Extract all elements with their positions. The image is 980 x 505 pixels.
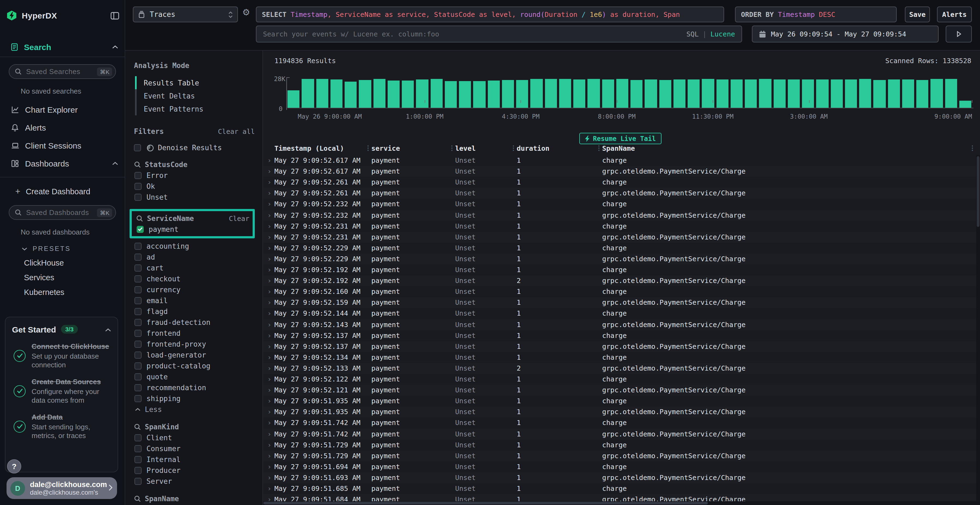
get-started-step-sources[interactable]: Create Data Sources Configure where your… xyxy=(12,377,111,405)
lucene-search-input[interactable]: Search your events w/ Lucene ex. column:… xyxy=(256,25,742,43)
checkbox[interactable] xyxy=(134,243,142,249)
sidebar-collapse-icon[interactable] xyxy=(111,12,119,19)
table-row[interactable]: ›May 27 9:09:52.617 AMpaymentUnset1grpc.… xyxy=(264,166,980,177)
facet-option-load-generator[interactable]: load-generator xyxy=(134,349,255,360)
results-histogram[interactable]: 28K 0 May 26 9:00:00 AM1:00:00 PM4:30:00… xyxy=(271,72,975,120)
checkbox-checked[interactable] xyxy=(137,226,144,233)
chevron-up-icon[interactable] xyxy=(112,45,118,49)
presets-toggle[interactable]: PRESETS xyxy=(22,245,125,252)
run-query-button[interactable] xyxy=(946,25,972,43)
horizontal-scrollbar[interactable] xyxy=(264,501,980,505)
table-row[interactable]: ›May 27 9:09:52.159 AMpaymentUnset1grpc.… xyxy=(264,297,980,308)
denoise-checkbox[interactable] xyxy=(134,144,141,151)
facet-option-Internal[interactable]: Internal xyxy=(134,454,255,465)
table-row[interactable]: ›May 27 9:09:51.693 AMpaymentUnset1grpc.… xyxy=(264,472,980,483)
checkbox[interactable] xyxy=(134,362,142,369)
table-row[interactable]: ›May 27 9:09:52.137 AMpaymentUnset1grpc.… xyxy=(264,341,980,352)
facet-option-ad[interactable]: ad xyxy=(134,251,255,262)
search-icon[interactable] xyxy=(134,423,141,430)
lang-toggle-sql[interactable]: SQL xyxy=(686,30,698,38)
table-row[interactable]: ›May 27 9:09:51.935 AMpaymentUnset1grpc.… xyxy=(264,407,980,418)
col-resize-handle[interactable]: ⋮ xyxy=(365,144,371,152)
facet-option-flagd[interactable]: flagd xyxy=(134,306,255,317)
facet-option-cart[interactable]: cart xyxy=(134,262,255,273)
facet-option-currency[interactable]: currency xyxy=(134,284,255,295)
col-duration[interactable]: duration xyxy=(517,144,549,152)
table-row[interactable]: ›May 27 9:09:52.160 AMpaymentUnset1charg… xyxy=(264,286,980,297)
table-row[interactable]: ›May 27 9:09:52.231 AMpaymentUnset1charg… xyxy=(264,221,980,232)
source-settings-gear-icon[interactable]: ⚙ xyxy=(242,7,250,17)
facet-option-Error[interactable]: Error xyxy=(134,170,255,181)
search-icon[interactable] xyxy=(134,161,141,168)
chevron-up-icon[interactable] xyxy=(105,324,111,334)
table-row[interactable]: ›May 27 9:09:51.729 AMpaymentUnset1charg… xyxy=(264,440,980,450)
sidebar-item-dashboards[interactable]: Dashboards xyxy=(0,154,125,173)
get-started-step-connect[interactable]: Connect to ClickHouse Set up your databa… xyxy=(12,342,111,370)
table-row[interactable]: ›May 27 9:09:51.935 AMpaymentUnset1charg… xyxy=(264,395,980,407)
checkbox[interactable] xyxy=(134,478,142,484)
checkbox[interactable] xyxy=(134,351,142,358)
table-options-kebab-icon[interactable]: ⋮ xyxy=(969,144,976,152)
checkbox[interactable] xyxy=(134,456,142,463)
checkbox[interactable] xyxy=(134,194,142,200)
table-row[interactable]: ›May 27 9:09:51.742 AMpaymentUnset1charg… xyxy=(264,418,980,429)
get-started-step-add-data[interactable]: Add Data Start sending logs, metrics, or… xyxy=(12,413,111,440)
table-row[interactable]: ›May 27 9:09:51.742 AMpaymentUnset1grpc.… xyxy=(264,429,980,440)
facet-option-recommendation[interactable]: recommendation xyxy=(134,382,255,393)
facet-option-Producer[interactable]: Producer xyxy=(134,465,255,476)
lang-toggle-lucene[interactable]: Lucene xyxy=(711,30,735,38)
table-row[interactable]: ›May 27 9:09:52.121 AMpaymentUnset1grpc.… xyxy=(264,385,980,395)
vertical-scrollbar[interactable] xyxy=(976,155,980,501)
chevron-up-icon[interactable] xyxy=(112,162,118,165)
facet-option-Server[interactable]: Server xyxy=(134,476,255,486)
checkbox[interactable] xyxy=(134,434,142,441)
table-row[interactable]: ›May 27 9:09:51.729 AMpaymentUnset1grpc.… xyxy=(264,450,980,461)
facet-option-payment[interactable]: payment xyxy=(136,224,250,235)
source-select[interactable]: Traces xyxy=(133,6,238,22)
preset-item-clickhouse[interactable]: ClickHouse xyxy=(24,259,125,267)
checkbox[interactable] xyxy=(134,286,142,293)
order-by-input[interactable]: ORDER BY Timestamp DESC xyxy=(735,6,897,22)
sidebar-item-chart-explorer[interactable]: Chart Explorer xyxy=(0,101,125,119)
table-row[interactable]: ›May 27 9:09:52.192 AMpaymentUnset2grpc.… xyxy=(264,275,980,286)
search-icon[interactable] xyxy=(136,215,143,222)
facet-option-frontend-proxy[interactable]: frontend-proxy xyxy=(134,338,255,349)
sidebar-item-alerts[interactable]: Alerts xyxy=(0,119,125,137)
saved-dashboards-input[interactable]: Saved Dashboards ⌘K xyxy=(9,205,116,220)
facet-option-email[interactable]: email xyxy=(134,295,255,306)
checkbox[interactable] xyxy=(134,253,142,260)
checkbox[interactable] xyxy=(134,445,142,452)
table-row[interactable]: ›May 27 9:09:51.685 AMpaymentUnset1charg… xyxy=(264,483,980,494)
table-row[interactable]: ›May 27 9:09:52.232 AMpaymentUnset1charg… xyxy=(264,199,980,210)
facet-option-frontend[interactable]: frontend xyxy=(134,327,255,338)
facet-option-closure[interactable]: {closure} xyxy=(134,504,255,505)
time-range-picker[interactable]: May 26 09:09:54 - May 27 09:09:54 xyxy=(752,25,939,43)
facet-option-fraud-detection[interactable]: fraud-detection xyxy=(134,317,255,327)
checkbox[interactable] xyxy=(134,373,142,380)
checkbox[interactable] xyxy=(134,384,142,391)
table-row[interactable]: ›May 27 9:09:52.232 AMpaymentUnset1grpc.… xyxy=(264,210,980,221)
facet-option-product-catalog[interactable]: product-catalog xyxy=(134,360,255,371)
alerts-button[interactable]: Alerts xyxy=(937,6,972,22)
checkbox[interactable] xyxy=(134,297,142,304)
checkbox[interactable] xyxy=(134,395,142,402)
checkbox[interactable] xyxy=(134,183,142,190)
checkbox[interactable] xyxy=(134,308,142,315)
checkbox[interactable] xyxy=(134,340,142,348)
col-level[interactable]: level xyxy=(455,144,476,152)
sql-select-input[interactable]: SELECT Timestamp, ServiceName as service… xyxy=(256,6,724,22)
checkbox[interactable] xyxy=(134,329,142,337)
clear-all-link[interactable]: Clear all xyxy=(218,127,255,135)
table-row[interactable]: ›May 27 9:09:52.133 AMpaymentUnset2grpc.… xyxy=(264,363,980,374)
table-row[interactable]: ›May 27 9:09:52.122 AMpaymentUnset1charg… xyxy=(264,374,980,385)
col-resize-handle[interactable]: ⋮ xyxy=(596,144,602,152)
create-dashboard-button[interactable]: + Create Dashboard xyxy=(15,185,118,198)
saved-searches-input[interactable]: Saved Searches ⌘K xyxy=(9,64,116,79)
facet-clear-link[interactable]: Clear xyxy=(229,214,250,222)
col-resize-handle[interactable]: ⋮ xyxy=(510,144,517,152)
help-button[interactable]: ? xyxy=(7,459,21,473)
table-row[interactable]: ›May 27 9:09:52.261 AMpaymentUnset1charg… xyxy=(264,177,980,188)
preset-item-kubernetes[interactable]: Kubernetes xyxy=(24,288,125,297)
facet-option-quote[interactable]: quote xyxy=(134,371,255,382)
checkbox[interactable] xyxy=(134,275,142,282)
